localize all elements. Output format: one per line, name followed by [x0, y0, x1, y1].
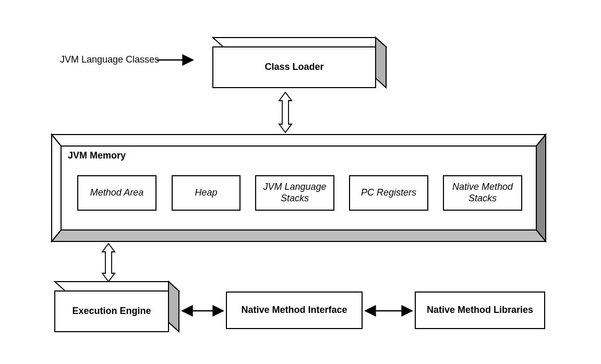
svg-marker-7 — [52, 135, 61, 241]
svg-marker-14 — [55, 282, 179, 291]
memory-area-lang-stacks: JVM Language Stacks — [256, 176, 334, 210]
native-method-libraries-box-label: Native Method Libraries — [415, 292, 545, 329]
input-label: JVM Language Classes — [60, 54, 159, 65]
svg-marker-15 — [169, 282, 179, 332]
memory-area-native-stacks: Native Method Stacks — [443, 176, 522, 210]
memory-area-pc-registers: PC Registers — [350, 176, 428, 210]
memory-area-method: Method Area — [78, 176, 156, 210]
svg-marker-4 — [52, 135, 546, 146]
memory-area-heap: Heap — [172, 176, 240, 210]
execution-engine-box-label: Execution Engine — [55, 291, 169, 332]
svg-marker-2 — [376, 38, 386, 88]
jvm-memory-title: JVM Memory — [68, 150, 126, 161]
svg-marker-1 — [213, 38, 386, 47]
class-loader-box-label: Class Loader — [213, 47, 376, 88]
svg-marker-5 — [536, 135, 546, 241]
native-method-interface-box-label: Native Method Interface — [226, 292, 362, 329]
svg-marker-6 — [52, 230, 546, 241]
jvm-architecture-diagram: JVM Language Classes Class Loader JVM Me… — [0, 0, 601, 364]
